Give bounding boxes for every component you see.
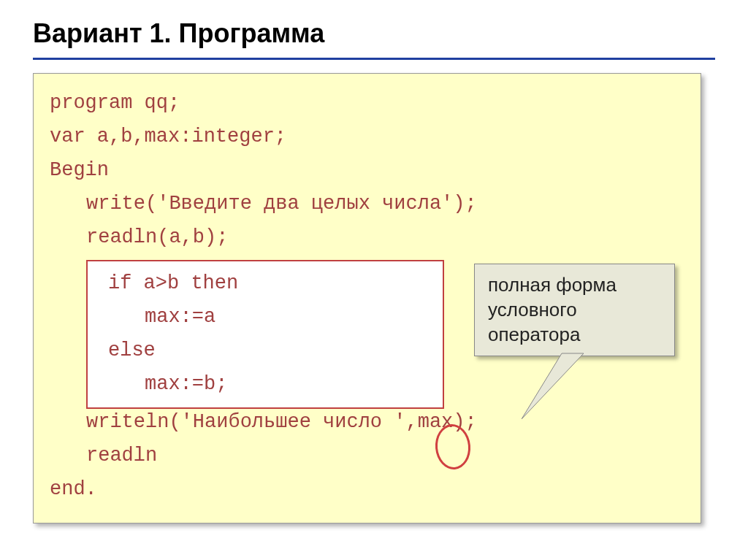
code-line: else [88, 334, 443, 368]
code-line: write('Введите два целых числа'); [50, 188, 684, 221]
svg-marker-0 [522, 353, 584, 419]
title-underline [33, 58, 715, 60]
code-line: max:=b; [88, 368, 443, 402]
callout-box: полная форма условного оператора [474, 264, 675, 356]
code-line: var a,b,max:integer; [50, 120, 684, 154]
callout-text: полная форма условного оператора [488, 274, 617, 345]
code-line: readln(a,b); [50, 221, 684, 255]
page-title: Вариант 1. Программа [33, 18, 715, 49]
code-container: program qq; var a,b,max:integer; Begin w… [33, 73, 701, 523]
code-line: Begin [50, 154, 684, 188]
code-line: max:=a [88, 301, 443, 334]
highlighted-code-box: if a>b then max:=a else max:=b; [86, 260, 444, 409]
code-line: if a>b then [88, 267, 443, 301]
code-line: program qq; [50, 87, 684, 120]
code-line: end. [50, 473, 684, 507]
code-line: readln [50, 440, 684, 473]
